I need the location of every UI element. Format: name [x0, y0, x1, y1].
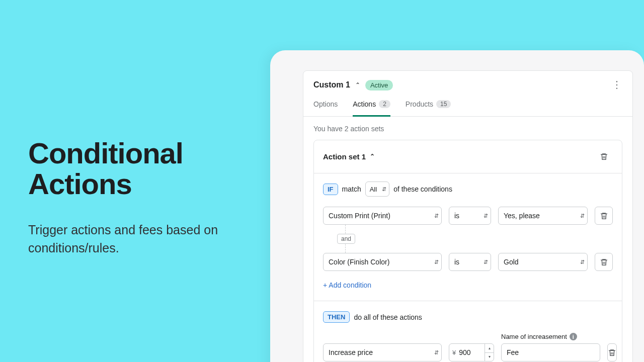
tab-products[interactable]: Products 15: [406, 100, 451, 117]
tab-options-label: Options: [313, 100, 338, 108]
match-mode-select[interactable]: All: [365, 182, 389, 197]
tab-products-count: 15: [436, 100, 451, 108]
tab-actions[interactable]: Actions 2: [353, 100, 390, 117]
match-label-post: of these conditions: [393, 185, 452, 193]
delete-condition-button[interactable]: [595, 207, 613, 225]
hero-title: Conditional Actions: [28, 138, 260, 200]
hero-title-line1: Conditional: [28, 137, 183, 169]
and-pill: and: [337, 234, 355, 244]
trash-icon: [600, 212, 608, 220]
increasement-name-label: Name of increasement: [501, 333, 567, 340]
action-type-select[interactable]: Increase price: [323, 343, 442, 361]
match-label-pre: match: [342, 185, 361, 193]
action-set-counter: You have 2 action sets: [303, 117, 632, 140]
add-condition-button[interactable]: + Add condition: [323, 281, 371, 289]
option-set-name: Custom 1: [313, 80, 350, 89]
and-connector: and: [337, 225, 613, 253]
hero-title-line2: Actions: [28, 167, 132, 200]
tab-products-label: Products: [406, 100, 433, 108]
then-label: do all of these actions: [354, 313, 422, 321]
info-icon[interactable]: i: [570, 333, 577, 340]
condition-operator-select[interactable]: is: [449, 207, 491, 225]
if-chip: IF: [323, 184, 338, 195]
condition-field-select[interactable]: Color (Finish Color): [323, 253, 442, 271]
trash-icon: [600, 258, 608, 266]
action-set-card: Action set 1 ⌃ IF match All of these con…: [313, 140, 622, 362]
status-badge: Active: [365, 80, 393, 90]
tab-actions-count: 2: [379, 100, 390, 108]
action-row: Increase price ¥ ▴ ▾: [323, 343, 613, 361]
amount-input[interactable]: [459, 344, 485, 361]
currency-symbol: ¥: [449, 344, 459, 361]
tabs: Options Actions 2 Products 15: [303, 91, 632, 117]
action-set-title: Action set 1: [323, 152, 366, 161]
delete-set-button[interactable]: [595, 147, 613, 165]
hero-subtitle: Trigger actions and fees based on condit…: [28, 221, 260, 257]
amount-step-up[interactable]: ▴: [485, 344, 494, 353]
delete-action-button[interactable]: [607, 343, 617, 361]
app-panel: Custom 1 ⌃ Active ⋯ Options Actions 2 Pr…: [270, 50, 644, 362]
condition-field-select[interactable]: Custom Print (Print): [323, 207, 442, 225]
condition-operator-select[interactable]: is: [449, 253, 491, 271]
chevron-up-icon[interactable]: ⌃: [355, 81, 360, 88]
trash-icon: [600, 152, 608, 161]
amount-step-down[interactable]: ▾: [485, 353, 494, 361]
main-card: Custom 1 ⌃ Active ⋯ Options Actions 2 Pr…: [303, 70, 633, 362]
condition-row: Color (Finish Color) is Gold: [323, 253, 613, 271]
then-chip: THEN: [323, 311, 350, 323]
condition-row: Custom Print (Print) is Yes, please: [323, 207, 613, 225]
delete-condition-button[interactable]: [595, 253, 613, 271]
fee-name-input[interactable]: [501, 343, 600, 361]
tab-options[interactable]: Options: [313, 100, 338, 117]
more-menu-icon[interactable]: ⋯: [611, 80, 623, 90]
chevron-up-icon[interactable]: ⌃: [370, 153, 375, 160]
condition-value-select[interactable]: Yes, please: [498, 207, 588, 225]
trash-icon: [608, 348, 616, 357]
condition-value-select[interactable]: Gold: [498, 253, 588, 271]
tab-actions-label: Actions: [353, 100, 376, 108]
amount-input-wrapper: ¥ ▴ ▾: [449, 343, 494, 361]
